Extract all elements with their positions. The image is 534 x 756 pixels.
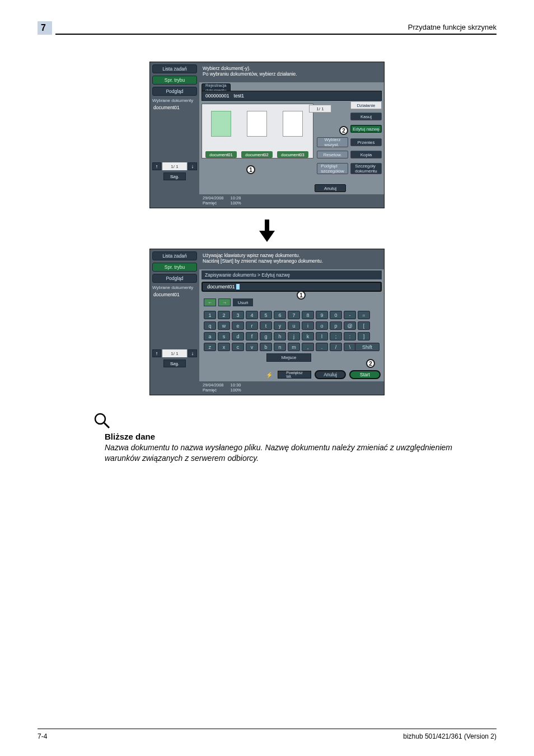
key-x[interactable]: x xyxy=(218,343,230,351)
anuluj-button[interactable]: Anuluj xyxy=(315,370,346,379)
key-[[interactable]: [ xyxy=(358,321,370,330)
doc-thumb[interactable] xyxy=(283,111,303,137)
key-@[interactable]: @ xyxy=(344,321,356,330)
key-w[interactable]: w xyxy=(218,321,230,330)
key-l[interactable]: l xyxy=(316,332,328,340)
callout-2-marker: 2 xyxy=(366,359,375,368)
breadcrumb: Zapisywanie dokumentu > Edytuj nazwę xyxy=(202,270,382,279)
flow-arrow-down-icon xyxy=(256,220,278,242)
chapter-header: 7 Przydatne funkcje skrzynek xyxy=(38,22,496,35)
space-key[interactable]: Miejsce xyxy=(266,353,311,362)
key-n[interactable]: n xyxy=(274,343,286,351)
list-down-button[interactable]: ↓ xyxy=(188,349,197,357)
key-7[interactable]: 7 xyxy=(288,311,300,319)
key-e[interactable]: e xyxy=(232,321,244,330)
key-s[interactable]: s xyxy=(218,332,230,340)
key-u[interactable]: u xyxy=(288,321,300,330)
action-resetow[interactable]: Resetow. xyxy=(317,151,348,158)
keyboard-row-1: 1234567890-= xyxy=(204,311,370,319)
product-line: bizhub 501/421/361 (Version 2) xyxy=(403,732,496,740)
key-2[interactable]: 2 xyxy=(218,311,230,319)
tab-spr-trybu[interactable]: Spr. trybu xyxy=(152,76,197,85)
usun-button[interactable]: Usuń xyxy=(233,298,253,306)
doc-label: document03 xyxy=(277,151,308,158)
key-0[interactable]: 0 xyxy=(330,311,342,319)
tab-rejestracja-dokumentu[interactable]: Rejestracja dokumentu xyxy=(202,83,231,91)
tab-lista-zadan[interactable]: Lista zadań xyxy=(152,64,197,73)
tab-podglad[interactable]: Podgląd xyxy=(152,87,197,96)
list-up-button[interactable]: ↑ xyxy=(152,162,161,170)
key-5[interactable]: 5 xyxy=(260,311,272,319)
key-/[interactable]: / xyxy=(330,343,342,351)
key-p[interactable]: p xyxy=(330,321,342,330)
cursor-right-button[interactable]: → xyxy=(218,298,231,306)
action-header: Działanie xyxy=(350,101,382,109)
key-v[interactable]: v xyxy=(246,343,258,351)
key-1[interactable]: 1 xyxy=(204,311,216,319)
key-k[interactable]: k xyxy=(302,332,314,340)
list-down-button[interactable]: ↓ xyxy=(188,162,197,170)
magnifier-icon xyxy=(93,412,110,429)
note-heading: Bliższe dane xyxy=(105,431,474,442)
callout-1-marker: 1 xyxy=(297,291,306,300)
start-button[interactable]: Start xyxy=(349,370,381,379)
action-szczegoly-dokumentu[interactable]: Szczegóły dokumentu xyxy=(350,163,382,174)
keyboard-row-3: asdfghjkl;:] xyxy=(204,332,370,340)
key-.[interactable]: . xyxy=(316,343,328,351)
key-y[interactable]: y xyxy=(274,321,286,330)
key-m[interactable]: m xyxy=(288,343,300,351)
key-i[interactable]: i xyxy=(302,321,314,330)
chapter-number-badge: 7 xyxy=(38,21,55,35)
key-z[interactable]: z xyxy=(204,343,216,351)
key-,[interactable]: , xyxy=(302,343,314,351)
powieksz-button[interactable]: Powiększ Wł. xyxy=(278,371,311,379)
screenshot-box-selection: Lista zadań Spr. trybu Podgląd Wybrane d… xyxy=(149,62,385,208)
tab-podglad[interactable]: Podgląd xyxy=(152,274,197,283)
key-a[interactable]: a xyxy=(204,332,216,340)
action-edytuj-nazwe[interactable]: Edytuj nazwę xyxy=(350,125,382,133)
doc-thumb[interactable] xyxy=(211,111,231,137)
list-up-button[interactable]: ↑ xyxy=(152,349,161,357)
cursor-left-button[interactable]: ← xyxy=(204,298,216,306)
key-;[interactable]: ; xyxy=(330,332,342,340)
key-9[interactable]: 9 xyxy=(316,311,328,319)
key-f[interactable]: f xyxy=(246,332,258,340)
box-id-bar: 000000001 test1 xyxy=(202,91,382,101)
szg-button[interactable]: Szg. xyxy=(163,360,186,367)
key-6[interactable]: 6 xyxy=(274,311,286,319)
key-][interactable]: ] xyxy=(358,332,370,340)
key-\[interactable]: \ xyxy=(344,343,356,351)
key-=[interactable]: = xyxy=(358,311,370,319)
key-:[interactable]: : xyxy=(344,332,356,340)
szg-button[interactable]: Szg. xyxy=(163,172,186,180)
key-q[interactable]: q xyxy=(204,321,216,330)
tab-lista-zadan[interactable]: Lista zadań xyxy=(152,251,197,260)
key-g[interactable]: g xyxy=(260,332,272,340)
key-t[interactable]: t xyxy=(260,321,272,330)
key-4[interactable]: 4 xyxy=(246,311,258,319)
key-8[interactable]: 8 xyxy=(302,311,314,319)
keyboard-row-2: qwertyuiop@[ xyxy=(204,321,370,330)
tab-spr-trybu[interactable]: Spr. trybu xyxy=(152,263,197,272)
action-wybierz-wszyst[interactable]: Wybierz wszyst. xyxy=(317,137,348,147)
selected-doc-row: document01 xyxy=(152,104,197,111)
name-input[interactable]: document01 xyxy=(202,282,382,292)
action-kopia[interactable]: Kopia xyxy=(350,151,382,158)
key-d[interactable]: d xyxy=(232,332,244,340)
key-h[interactable]: h xyxy=(274,332,286,340)
key-j[interactable]: j xyxy=(288,332,300,340)
key-b[interactable]: b xyxy=(260,343,272,351)
action-przenies[interactable]: Przenieś xyxy=(350,138,382,146)
action-podglad-szczegolow[interactable]: Podgląd szczegółów xyxy=(317,163,348,174)
key-o[interactable]: o xyxy=(316,321,328,330)
doc-label: document02 xyxy=(241,151,273,158)
shift-key[interactable]: Shift xyxy=(355,343,380,351)
key-3[interactable]: 3 xyxy=(232,311,244,319)
action-kasuj[interactable]: Kasuj xyxy=(350,113,382,120)
key-c[interactable]: c xyxy=(232,343,244,351)
key--[interactable]: - xyxy=(344,311,356,319)
note-body: Nazwa dokumentu to nazwa wysłanego pliku… xyxy=(105,442,474,464)
key-r[interactable]: r xyxy=(246,321,258,330)
anuluj-button[interactable]: Anuluj xyxy=(315,184,346,192)
doc-thumb[interactable] xyxy=(247,111,267,137)
